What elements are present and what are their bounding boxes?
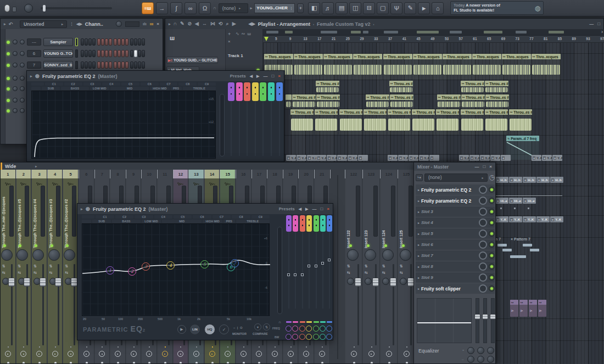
step-button[interactable] xyxy=(105,50,108,57)
monitor-toggles[interactable]: − | ⊙ xyxy=(233,326,243,329)
fader-handle[interactable] xyxy=(24,278,30,287)
audio-clip[interactable]: ↦Throu..es #5 xyxy=(316,81,339,93)
select-dot[interactable] xyxy=(305,362,307,364)
track-volume-knob[interactable] xyxy=(365,249,376,261)
sliced-audio-clip[interactable]: ↦⊳ xyxy=(529,300,537,317)
step-button[interactable] xyxy=(92,61,96,69)
typing-to-channel-dropdown[interactable]: (none)▸ xyxy=(219,3,248,13)
preset-next-icon[interactable]: ▶ xyxy=(256,74,259,79)
audio-clip[interactable]: ↦Throu..es #5 xyxy=(485,81,508,93)
step-button[interactable] xyxy=(121,50,125,57)
pattern-clip[interactable]: ≡H..h xyxy=(509,177,522,183)
channel-rack-titlebar[interactable]: ▸ ↶ Unsorted▸ ⋮ ◀▶ Chann.. ılı ııı × xyxy=(1,19,163,29)
band-gain-handle[interactable] xyxy=(287,273,290,276)
step-button[interactable] xyxy=(92,50,96,57)
channel-volume-knob[interactable] xyxy=(20,98,25,103)
pan-control[interactable]: ⇆ xyxy=(49,271,53,275)
slot-arrow-icon[interactable]: ▸ xyxy=(418,221,420,225)
eq-knob[interactable] xyxy=(477,347,484,354)
pan-control[interactable]: ⇆ xyxy=(2,271,5,275)
fader-track[interactable] xyxy=(11,264,13,345)
band-key-cell[interactable]: C4 xyxy=(154,215,172,219)
mixer-track-strip[interactable]: 124Insert 124⇅⇆ xyxy=(381,170,398,364)
step-button[interactable] xyxy=(85,38,88,46)
slot-enable-led[interactable] xyxy=(489,187,495,193)
band-group-cell[interactable]: HIGH MID xyxy=(203,220,222,223)
fader-well[interactable] xyxy=(9,186,14,237)
step-button[interactable] xyxy=(109,50,112,57)
channel-led[interactable] xyxy=(7,87,10,91)
step-button[interactable] xyxy=(118,38,121,46)
eq-options-icon[interactable]: ▸ xyxy=(30,74,32,79)
pattern-clip[interactable]: ≡H..h xyxy=(495,177,508,183)
record-arm-button[interactable] xyxy=(5,351,11,357)
band-slider-tab[interactable] xyxy=(276,82,283,101)
eq-minimize-icon[interactable]: — xyxy=(312,206,316,211)
select-dot[interactable] xyxy=(371,362,373,364)
midi-clip[interactable]: ≡Y..R xyxy=(388,155,398,161)
step-button[interactable] xyxy=(134,61,137,69)
step-button[interactable] xyxy=(138,50,141,57)
band-slider-track[interactable] xyxy=(255,101,256,156)
mouse-icon[interactable] xyxy=(4,4,10,12)
delete-icon[interactable]: ⊘ xyxy=(188,21,192,27)
preset-prev-icon[interactable]: ◀ xyxy=(299,207,301,211)
mixer-track-strip[interactable]: 5Through The..@jxcques #2⇅⇆ xyxy=(63,170,79,364)
pattern-clip[interactable]: ≡Y..K xyxy=(509,216,522,222)
zoom-icon[interactable]: ⌕ xyxy=(226,21,229,27)
midi-clip[interactable]: ≡Y..R xyxy=(490,155,500,161)
track-number[interactable]: 1 xyxy=(1,170,15,178)
play-icon[interactable]: ▸ xyxy=(4,22,6,26)
slot-arrow-icon[interactable]: ▸ xyxy=(418,276,420,279)
step-button[interactable] xyxy=(138,38,141,46)
slide-note-button[interactable]: ʃ xyxy=(170,2,182,14)
compare-swap-button[interactable]: ⇅ xyxy=(263,323,270,331)
track-number[interactable]: 12 xyxy=(174,170,188,178)
band-enable-dash[interactable] xyxy=(320,321,326,323)
main-volume-knob[interactable] xyxy=(24,4,33,13)
band-enable-dash[interactable] xyxy=(286,321,292,323)
audio-clip[interactable]: ↦Thro..xcques xyxy=(323,54,353,80)
midi-clip[interactable]: ≡Y..R xyxy=(348,155,357,161)
fader-well[interactable] xyxy=(72,186,76,237)
slot-mix-knob[interactable] xyxy=(479,197,487,205)
record-arm-button[interactable] xyxy=(288,351,294,357)
midi-clip[interactable]: ≡Y..R xyxy=(337,155,347,161)
step-button[interactable] xyxy=(130,38,133,46)
band-bw-knob[interactable] xyxy=(292,334,298,340)
track-number[interactable]: 6 xyxy=(79,170,94,178)
band-group-cell[interactable]: LOW MID xyxy=(90,87,109,90)
step-button[interactable] xyxy=(134,38,137,46)
fader-track[interactable] xyxy=(375,264,377,345)
channel-rack-button[interactable]: ≡ш xyxy=(142,2,154,14)
speaker-toggle-icon[interactable]: ◀▶ xyxy=(249,21,255,26)
channel-pan-knob[interactable] xyxy=(13,98,18,103)
record-arm-button[interactable] xyxy=(131,351,137,357)
record-arm-button[interactable] xyxy=(368,351,374,357)
fader-handle[interactable] xyxy=(355,278,361,287)
playlist-titlebar[interactable]: ▸ ∩✎⊘◀↔⋈⟲⌕▶ ◀▶ Playlist - Arrangement › … xyxy=(165,19,603,29)
eq-band-fader-track[interactable] xyxy=(483,298,487,343)
step-button[interactable] xyxy=(109,61,112,69)
band-slider-tab[interactable] xyxy=(244,82,250,101)
fader-well[interactable] xyxy=(373,186,378,237)
slot-label[interactable]: Slot 8 xyxy=(421,264,477,269)
audio-clip[interactable]: ↦Throu..es #2 xyxy=(485,109,508,135)
select-dot[interactable] xyxy=(290,362,292,364)
audio-clip[interactable]: ↦Throu..es #4 xyxy=(366,94,389,109)
pattern-clip[interactable]: ≡H..h xyxy=(536,177,550,183)
effect-slot[interactable]: ▸Slot 3 xyxy=(416,206,495,217)
aux-knob[interactable] xyxy=(400,278,407,285)
band-slider-tab[interactable] xyxy=(327,215,332,232)
track-volume-knob[interactable] xyxy=(48,249,60,261)
select-dot[interactable] xyxy=(388,362,390,364)
track-led[interactable] xyxy=(402,244,405,247)
track-number[interactable]: 21 xyxy=(315,170,329,178)
pattern-list-item[interactable]: ▶≡YOUNG GUID..~ GLITCHER xyxy=(166,57,218,64)
band-slider-track[interactable] xyxy=(322,232,323,309)
analyze-play-button[interactable]: ▶ xyxy=(177,325,186,334)
eq-knob[interactable] xyxy=(487,347,494,354)
playlist-toolbar-icons[interactable]: ∩✎⊘◀↔⋈⟲⌕▶ xyxy=(174,21,236,27)
record-arm-button[interactable] xyxy=(162,351,168,357)
audio-clip[interactable]: ↦Throu..es #4 xyxy=(437,94,461,109)
